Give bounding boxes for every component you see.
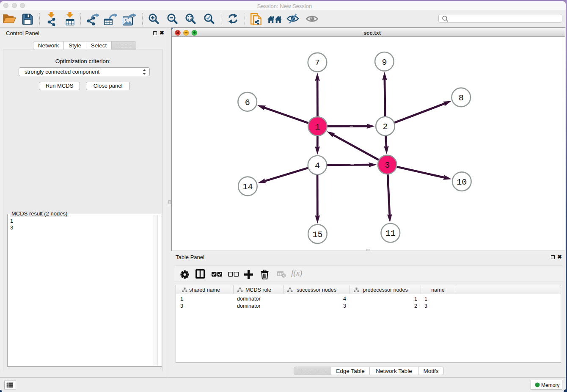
svg-text:7: 7 xyxy=(315,58,320,68)
svg-text:10: 10 xyxy=(457,177,467,187)
svg-text:14: 14 xyxy=(242,182,253,192)
svg-text:15: 15 xyxy=(312,230,322,240)
svg-text:4: 4 xyxy=(315,161,320,171)
svg-text:6: 6 xyxy=(245,98,250,108)
svg-text:1: 1 xyxy=(315,122,320,132)
svg-text:3: 3 xyxy=(385,160,390,170)
svg-text:2: 2 xyxy=(383,122,388,132)
svg-text:11: 11 xyxy=(385,229,396,238)
svg-text:9: 9 xyxy=(382,58,387,67)
svg-text:8: 8 xyxy=(459,93,464,103)
